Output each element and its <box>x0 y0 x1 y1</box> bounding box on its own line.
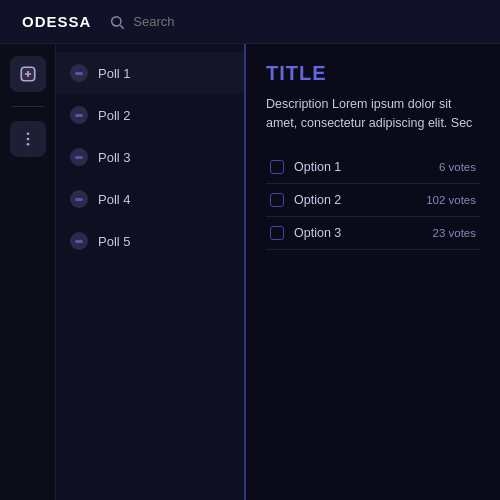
app-logo: ODESSA <box>12 13 101 30</box>
svg-point-5 <box>26 132 29 135</box>
poll-list-item[interactable]: Poll 1 <box>56 52 244 94</box>
search-input[interactable] <box>133 14 333 29</box>
poll-dot-icon <box>70 190 88 208</box>
topbar: ODESSA <box>0 0 500 44</box>
option-checkbox[interactable] <box>270 193 284 207</box>
poll-list-item[interactable]: Poll 5 <box>56 220 244 262</box>
option-row: Option 16 votes <box>266 151 480 184</box>
poll-dot-icon <box>70 232 88 250</box>
svg-line-1 <box>121 25 124 28</box>
sidebar-divider <box>12 106 44 107</box>
more-options-button[interactable] <box>10 121 46 157</box>
option-votes: 23 votes <box>433 227 476 239</box>
option-checkbox[interactable] <box>270 160 284 174</box>
option-checkbox[interactable] <box>270 226 284 240</box>
poll-label: Poll 4 <box>98 192 131 207</box>
detail-description: Description Lorem ipsum dolor sit amet, … <box>266 95 480 133</box>
poll-label: Poll 2 <box>98 108 131 123</box>
svg-point-6 <box>26 138 29 141</box>
option-row: Option 323 votes <box>266 217 480 250</box>
detail-panel: TITLE Description Lorem ipsum dolor sit … <box>246 44 500 500</box>
option-label: Option 1 <box>294 160 429 174</box>
poll-dot-icon <box>70 148 88 166</box>
option-label: Option 3 <box>294 226 423 240</box>
poll-list: Poll 1Poll 2Poll 3Poll 4Poll 5 <box>56 44 246 500</box>
option-votes: 102 votes <box>426 194 476 206</box>
option-row: Option 2102 votes <box>266 184 480 217</box>
poll-list-item[interactable]: Poll 2 <box>56 94 244 136</box>
poll-list-item[interactable]: Poll 4 <box>56 178 244 220</box>
main-layout: Poll 1Poll 2Poll 3Poll 4Poll 5 TITLE Des… <box>0 44 500 500</box>
poll-list-item[interactable]: Poll 3 <box>56 136 244 178</box>
svg-point-7 <box>26 143 29 146</box>
poll-label: Poll 1 <box>98 66 131 81</box>
option-label: Option 2 <box>294 193 416 207</box>
poll-label: Poll 3 <box>98 150 131 165</box>
poll-label: Poll 5 <box>98 234 131 249</box>
detail-title: TITLE <box>266 62 480 85</box>
add-button[interactable] <box>10 56 46 92</box>
icon-sidebar <box>0 44 56 500</box>
svg-point-0 <box>112 16 121 25</box>
poll-dot-icon <box>70 64 88 82</box>
poll-dot-icon <box>70 106 88 124</box>
search-icon <box>109 14 125 30</box>
options-table: Option 16 votesOption 2102 votesOption 3… <box>266 151 480 250</box>
option-votes: 6 votes <box>439 161 476 173</box>
